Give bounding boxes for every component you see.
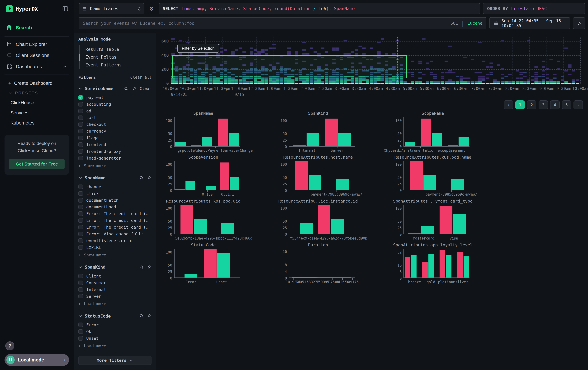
checkbox[interactable] (78, 205, 83, 209)
checkbox[interactable] (78, 238, 83, 243)
pagination-page-button[interactable]: 4 (550, 100, 559, 110)
bar[interactable] (408, 233, 420, 234)
chevron-down-icon[interactable] (78, 314, 82, 318)
search-icon[interactable] (139, 314, 144, 318)
bar[interactable] (423, 175, 436, 190)
bar[interactable] (432, 133, 442, 146)
checkbox[interactable] (78, 149, 83, 154)
filter-group-more-button[interactable]: ›Load more (78, 300, 152, 307)
sql-query-editor[interactable]: SELECT Timestamp, ServiceName, StatusCod… (158, 3, 480, 14)
preset-clickhouse[interactable]: ClickHouse (8, 98, 68, 108)
time-range-picker[interactable]: Sep 14 22:04:35 - Sep 15 10:04:35 (489, 17, 570, 29)
bar[interactable] (221, 223, 234, 234)
preset-services[interactable]: Services (8, 108, 68, 118)
bar[interactable] (186, 181, 195, 190)
bar[interactable] (440, 250, 445, 278)
search-icon[interactable] (139, 265, 144, 270)
chevron-down-icon[interactable] (78, 265, 82, 269)
pin-icon[interactable] (147, 176, 151, 180)
checkbox[interactable] (78, 102, 83, 107)
bar[interactable] (410, 161, 423, 190)
filter-checkbox-item[interactable]: Client (78, 273, 152, 280)
filter-checkbox-item[interactable]: Unset (78, 335, 152, 342)
sidebar-item-chart-explorer[interactable]: Chart Explorer (4, 39, 69, 50)
checkbox[interactable] (78, 122, 83, 127)
pin-icon[interactable] (147, 314, 151, 318)
filter-checkbox-item[interactable]: Ok (78, 328, 152, 335)
filter-checkbox-item[interactable]: accounting (78, 101, 152, 108)
chevron-down-icon[interactable] (78, 176, 82, 180)
order-by-editor[interactable]: ORDER BY Timestamp DESC (483, 3, 585, 14)
bar[interactable] (217, 253, 230, 278)
checkbox[interactable] (78, 322, 83, 327)
bar[interactable] (422, 262, 428, 278)
pagination-prev-button[interactable]: ‹ (504, 100, 513, 110)
bar[interactable] (405, 257, 410, 278)
bar[interactable] (459, 137, 469, 146)
bar[interactable] (293, 145, 306, 146)
clear-all-filters-button[interactable]: Clear all (130, 75, 151, 80)
filter-checkbox-item[interactable]: change (78, 183, 152, 190)
checkbox[interactable] (78, 129, 83, 133)
filter-checkbox-item[interactable]: payment (78, 94, 152, 101)
checkbox[interactable] (78, 280, 83, 285)
collapse-sidebar-icon[interactable] (62, 6, 68, 12)
bar[interactable] (336, 179, 349, 190)
checkbox[interactable] (78, 191, 83, 196)
checkbox[interactable] (78, 294, 83, 299)
filter-group-more-button[interactable]: ›Show more (78, 252, 152, 258)
source-select[interactable]: Demo Traces (79, 3, 144, 14)
filter-checkbox-item[interactable]: Error: Visa cache full: … (78, 230, 152, 237)
analysis-mode-option[interactable]: Event Patterns (80, 61, 152, 69)
search-icon[interactable] (124, 86, 128, 91)
filter-checkbox-item[interactable]: Error: The credit card (… (78, 210, 152, 217)
checkbox[interactable] (78, 95, 83, 100)
analysis-mode-option[interactable]: Results Table (80, 45, 152, 53)
sidebar-item-dashboards[interactable]: Dashboards (4, 61, 69, 72)
heatmap-selection-box[interactable] (172, 55, 407, 78)
checkbox[interactable] (78, 211, 83, 216)
filter-by-selection-button[interactable]: Filter by Selection (178, 44, 219, 53)
bar[interactable] (318, 205, 330, 234)
bar[interactable] (411, 255, 417, 278)
search-icon[interactable] (139, 176, 144, 180)
bar[interactable] (421, 226, 434, 234)
pin-icon[interactable] (147, 265, 151, 270)
bar[interactable] (206, 186, 216, 190)
filter-group-title[interactable]: ServiceName (85, 86, 113, 91)
filter-checkbox-item[interactable]: flagd (78, 134, 152, 141)
checkbox[interactable] (78, 232, 83, 236)
mode-sql-toggle[interactable]: SQL (451, 21, 458, 26)
mode-lucene-toggle[interactable]: Lucene (468, 21, 483, 26)
bar[interactable] (306, 133, 319, 146)
bar[interactable] (185, 274, 197, 278)
filter-checkbox-item[interactable]: ad (78, 108, 152, 114)
pagination-page-button[interactable]: 5 (562, 100, 571, 110)
more-filters-button[interactable]: More filters (78, 356, 152, 365)
checkbox[interactable] (78, 136, 83, 140)
bar[interactable] (421, 119, 431, 146)
bar[interactable] (180, 205, 193, 234)
bar[interactable] (202, 137, 212, 146)
filter-checkbox-item[interactable]: EXPIRE (78, 244, 152, 251)
create-dashboard-button[interactable]: + Create Dashboard (8, 78, 68, 88)
checkbox[interactable] (78, 287, 83, 292)
pagination-page-button[interactable]: 3 (539, 100, 548, 110)
bar[interactable] (175, 142, 186, 146)
filter-group-title[interactable]: SpanName (85, 175, 105, 180)
checkbox[interactable] (78, 274, 83, 278)
bar[interactable] (457, 252, 463, 278)
checkbox[interactable] (78, 245, 83, 250)
filter-group-more-button[interactable]: ›Load more (78, 342, 152, 349)
filter-group-more-button[interactable]: ›Show more (78, 162, 152, 169)
filter-group-clear-button[interactable]: Clear (140, 86, 152, 91)
bar[interactable] (405, 142, 415, 146)
pagination-page-button[interactable]: 2 (527, 100, 536, 110)
filter-checkbox-item[interactable]: Consumer (78, 280, 152, 286)
pagination-page-button[interactable]: 1 (515, 100, 525, 110)
filter-checkbox-item[interactable]: documentFetch (78, 197, 152, 204)
run-query-button[interactable] (573, 17, 585, 29)
bar[interactable] (448, 145, 458, 146)
user-menu[interactable]: U Local mode › (4, 354, 69, 366)
filter-checkbox-item[interactable]: Server (78, 293, 152, 300)
